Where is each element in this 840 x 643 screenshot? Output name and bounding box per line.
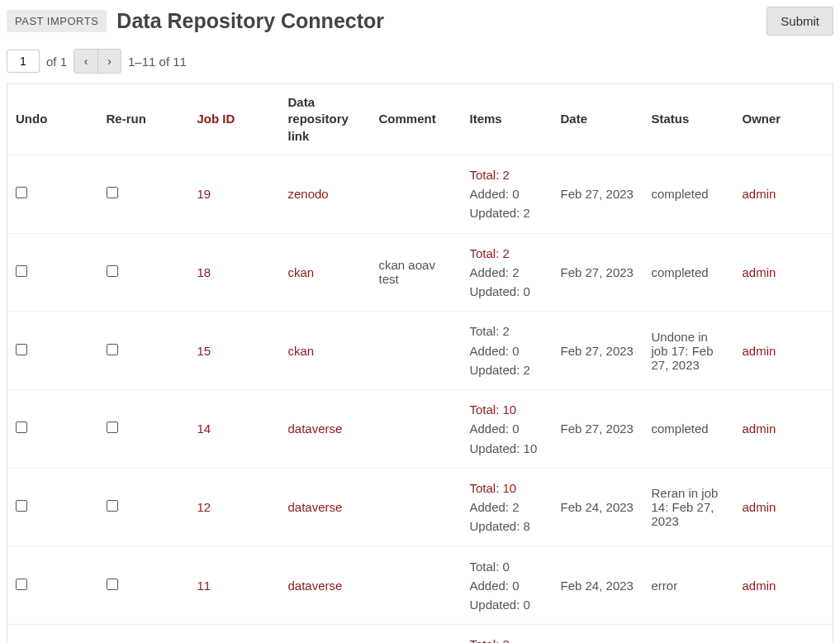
owner-link[interactable]: admin — [743, 579, 776, 593]
status-cell: completed — [643, 233, 734, 312]
status-cell: completed — [643, 390, 734, 469]
jobid-link[interactable]: 15 — [197, 344, 211, 358]
rerun-checkbox[interactable] — [107, 422, 118, 433]
status-cell: error — [643, 546, 734, 625]
table-row: 14dataverseTotal: 10Added: 0Updated: 10F… — [7, 390, 833, 469]
undo-checkbox[interactable] — [16, 344, 27, 355]
date-cell: Feb 24, 2023 — [553, 546, 643, 625]
jobid-link[interactable]: 12 — [197, 500, 211, 514]
pagination-nav: ‹ › — [74, 49, 121, 74]
col-header-repo[interactable]: Data repository link — [280, 84, 371, 155]
undo-checkbox[interactable] — [16, 500, 27, 512]
jobid-link[interactable]: 19 — [197, 187, 211, 201]
jobid-link[interactable]: 11 — [197, 579, 211, 593]
page-title: Data Repository Connector — [116, 9, 384, 33]
submit-button[interactable]: Submit — [766, 7, 833, 36]
items-added: Added: 2 — [470, 498, 544, 517]
status-cell: Reran in job 19: Feb 27, 2023 — [643, 625, 734, 643]
header-left: PAST IMPORTS Data Repository Connector — [7, 9, 384, 33]
table-row: 12dataverseTotal: 10Added: 2Updated: 8Fe… — [7, 468, 833, 546]
items-updated: Updated: 0 — [470, 282, 544, 301]
items-cell: Total: 10Added: 0Updated: 10 — [462, 390, 553, 469]
items-added: Added: 0 — [470, 576, 544, 595]
undo-checkbox[interactable] — [16, 579, 27, 590]
col-header-undo[interactable]: Undo — [7, 84, 98, 155]
chevron-right-icon: › — [107, 55, 112, 68]
items-cell: Total: 2Added: 0Updated: 2 — [462, 155, 553, 233]
col-header-jobid[interactable]: Job ID — [189, 84, 280, 155]
items-updated: Updated: 10 — [470, 439, 544, 458]
date-cell: Feb 24, 2023 — [553, 468, 643, 546]
date-cell: Feb 27, 2023 — [553, 155, 643, 233]
page-number-input[interactable] — [7, 50, 40, 73]
prev-page-button[interactable]: ‹ — [74, 50, 97, 73]
owner-link[interactable]: admin — [743, 187, 776, 201]
items-cell: Total: 2Added: 0Updated: 2 — [462, 312, 553, 390]
undo-checkbox[interactable] — [16, 187, 27, 198]
col-header-status[interactable]: Status — [643, 84, 734, 155]
items-total: Total: 2 — [470, 322, 544, 341]
rerun-checkbox[interactable] — [107, 500, 118, 512]
items-total[interactable]: Total: 10 — [470, 479, 544, 498]
repo-link[interactable]: dataverse — [288, 422, 343, 436]
rerun-checkbox[interactable] — [107, 344, 118, 355]
repo-link[interactable]: zenodo — [288, 187, 329, 201]
status-cell: Undone in job 17: Feb 27, 2023 — [643, 312, 734, 390]
comment-cell — [371, 155, 462, 233]
col-header-items[interactable]: Items — [462, 84, 553, 155]
items-cell: Total: 0Added: 0Updated: 0 — [462, 546, 553, 625]
repo-link[interactable]: ckan — [288, 265, 315, 279]
status-cell: completed — [643, 155, 734, 233]
items-cell: Total: 2Added: 2Updated: 0 — [462, 233, 553, 312]
table-row: 11dataverseTotal: 0Added: 0Updated: 0Feb… — [7, 546, 833, 625]
items-cell: Total: 10Added: 2Updated: 8 — [462, 468, 553, 546]
past-imports-badge: PAST IMPORTS — [7, 10, 107, 32]
owner-link[interactable]: admin — [743, 265, 776, 279]
date-cell: Feb 27, 2023 — [553, 390, 643, 469]
repo-link[interactable]: dataverse — [288, 579, 343, 593]
pagination-bar: of 1 ‹ › 1–11 of 11 — [7, 49, 833, 74]
col-header-comment[interactable]: Comment — [371, 84, 462, 155]
comment-cell — [371, 625, 462, 643]
items-added: Added: 2 — [470, 263, 544, 282]
items-total[interactable]: Total: 10 — [470, 400, 544, 419]
items-total[interactable]: Total: 2 — [470, 635, 544, 643]
comment-cell — [371, 312, 462, 390]
date-cell: Feb 27, 2023 — [553, 233, 643, 312]
imports-table: Undo Re-run Job ID Data repository link … — [7, 83, 833, 643]
undo-checkbox[interactable] — [16, 422, 27, 433]
jobid-link[interactable]: 14 — [197, 422, 211, 436]
col-header-owner[interactable]: Owner — [734, 84, 833, 155]
comment-cell — [371, 546, 462, 625]
items-added: Added: 0 — [470, 341, 544, 360]
table-row: 19zenodoTotal: 2Added: 0Updated: 2Feb 27… — [7, 155, 833, 233]
comment-cell — [371, 468, 462, 546]
table-header-row: Undo Re-run Job ID Data repository link … — [7, 84, 833, 155]
rerun-checkbox[interactable] — [107, 187, 118, 198]
rerun-checkbox[interactable] — [107, 579, 118, 590]
comment-cell — [371, 390, 462, 469]
items-total[interactable]: Total: 2 — [470, 244, 544, 263]
col-header-date[interactable]: Date — [553, 84, 643, 155]
status-cell: Reran in job 14: Feb 27, 2023 — [643, 468, 734, 546]
owner-link[interactable]: admin — [743, 500, 776, 514]
rerun-checkbox[interactable] — [107, 265, 118, 277]
repo-link[interactable]: ckan — [288, 344, 315, 358]
items-added: Added: 0 — [470, 419, 544, 438]
items-updated: Updated: 2 — [470, 203, 544, 222]
items-added: Added: 0 — [470, 184, 544, 203]
owner-link[interactable]: admin — [743, 422, 776, 436]
col-header-rerun[interactable]: Re-run — [98, 84, 189, 155]
items-updated: Updated: 0 — [470, 595, 544, 614]
date-cell: Feb 24, 2023 — [553, 625, 643, 643]
jobid-link[interactable]: 18 — [197, 265, 211, 279]
repo-link[interactable]: dataverse — [288, 500, 343, 514]
undo-checkbox[interactable] — [16, 265, 27, 277]
date-cell: Feb 27, 2023 — [553, 312, 643, 390]
table-row: 15ckanTotal: 2Added: 0Updated: 2Feb 27, … — [7, 312, 833, 390]
items-updated: Updated: 8 — [470, 517, 544, 536]
owner-link[interactable]: admin — [743, 344, 776, 358]
page-header: PAST IMPORTS Data Repository Connector S… — [7, 7, 833, 36]
items-total[interactable]: Total: 2 — [470, 165, 544, 184]
next-page-button[interactable]: › — [97, 50, 121, 73]
